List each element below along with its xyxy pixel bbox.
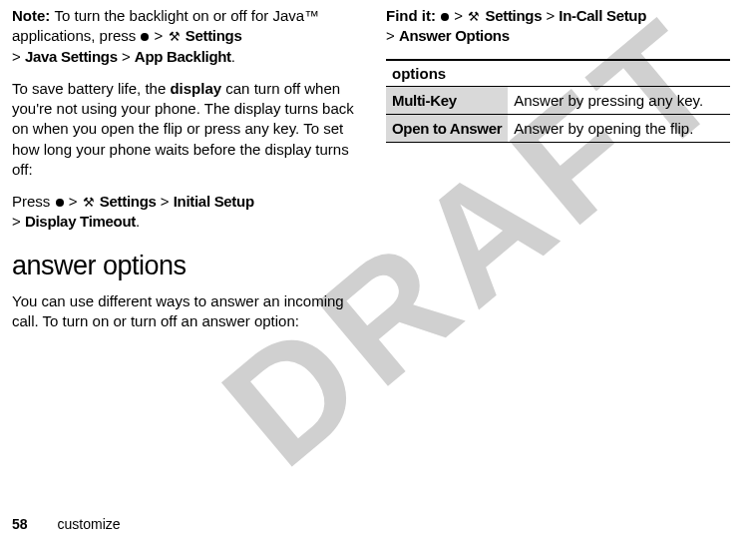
arrow-5: > <box>161 193 170 210</box>
table-row: Open to Answer Answer by opening the fli… <box>386 114 730 142</box>
table-row: Multi-Key Answer by pressing any key. <box>386 86 730 114</box>
option-desc-open: Answer by opening the flip. <box>508 114 730 142</box>
center-key-icon <box>141 33 149 41</box>
answer-options-heading: answer options <box>12 251 356 281</box>
path-settings-3: Settings <box>485 7 542 24</box>
answer-options-paragraph: You can use different ways to answer an … <box>12 291 356 332</box>
option-label-open: Open to Answer <box>386 114 508 142</box>
settings-icon <box>169 31 181 43</box>
settings-icon-2 <box>83 197 95 209</box>
table-header: options <box>386 60 730 87</box>
note-text: To turn the backlight on or off for Java… <box>12 7 319 44</box>
display-bold: display <box>170 80 221 97</box>
path-incall-setup: In-Call Setup <box>559 7 646 24</box>
press-label: Press <box>12 193 55 210</box>
display-paragraph: To save battery life, the display can tu… <box>12 79 356 180</box>
press-paragraph: Press > Settings > Initial Setup > Displ… <box>12 192 356 233</box>
arrow-6: > <box>12 213 21 230</box>
arrow-2: > <box>12 48 21 65</box>
center-key-icon-3 <box>441 13 449 21</box>
display-text-a: To save battery life, the <box>12 80 170 97</box>
path-display-timeout: Display Timeout <box>25 213 136 230</box>
findit-paragraph: Find it: > Settings > In-Call Setup > An… <box>386 6 730 47</box>
right-column: Find it: > Settings > In-Call Setup > An… <box>386 6 730 343</box>
path-initial-setup: Initial Setup <box>174 193 254 210</box>
path-java-settings: Java Settings <box>25 48 118 65</box>
arrow-4: > <box>69 193 78 210</box>
findit-label: Find it: <box>386 7 440 24</box>
center-key-icon-2 <box>56 199 64 207</box>
note-label: Note: <box>12 7 55 24</box>
arrow-1: > <box>155 27 164 44</box>
footer-section: customize <box>58 516 121 532</box>
path-settings-2: Settings <box>100 193 157 210</box>
page-footer: 58customize <box>12 516 121 532</box>
path-settings: Settings <box>186 27 242 44</box>
option-desc-multikey: Answer by pressing any key. <box>508 86 730 114</box>
options-table: options Multi-Key Answer by pressing any… <box>386 59 730 143</box>
table-header-row: options <box>386 60 730 87</box>
note-paragraph: Note: To turn the backlight on or off fo… <box>12 6 356 67</box>
option-label-multikey: Multi-Key <box>386 86 508 114</box>
path-answer-options: Answer Options <box>399 27 510 44</box>
arrow-7: > <box>454 7 463 24</box>
arrow-8: > <box>546 7 555 24</box>
settings-icon-3 <box>468 11 480 23</box>
arrow-9: > <box>386 27 395 44</box>
period-2: . <box>136 213 140 230</box>
period-1: . <box>231 48 235 65</box>
path-app-backlight: App Backlight <box>135 48 231 65</box>
page-content: Note: To turn the backlight on or off fo… <box>0 0 756 343</box>
arrow-3: > <box>122 48 131 65</box>
page-number: 58 <box>12 516 28 532</box>
left-column: Note: To turn the backlight on or off fo… <box>12 6 356 343</box>
